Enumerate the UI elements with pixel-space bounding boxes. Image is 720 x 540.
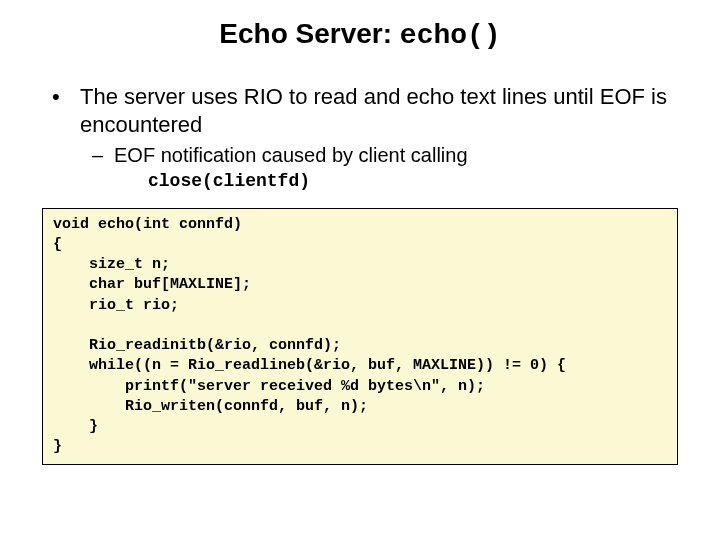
bullet-sub-code: close(clientfd)	[148, 170, 678, 193]
bullet-sub-text: EOF notification caused by client callin…	[114, 144, 468, 166]
slide-title: Echo Server: echo()	[0, 18, 720, 51]
bullet-main-text: The server uses RIO to read and echo tex…	[80, 84, 667, 137]
code-block: void echo(int connfd) { size_t n; char b…	[42, 208, 678, 465]
bullet-main: The server uses RIO to read and echo tex…	[42, 83, 678, 194]
title-text: Echo Server:	[219, 18, 400, 49]
bullet-sub: EOF notification caused by client callin…	[80, 143, 678, 168]
title-func: echo()	[400, 20, 501, 51]
slide-content: The server uses RIO to read and echo tex…	[0, 83, 720, 194]
